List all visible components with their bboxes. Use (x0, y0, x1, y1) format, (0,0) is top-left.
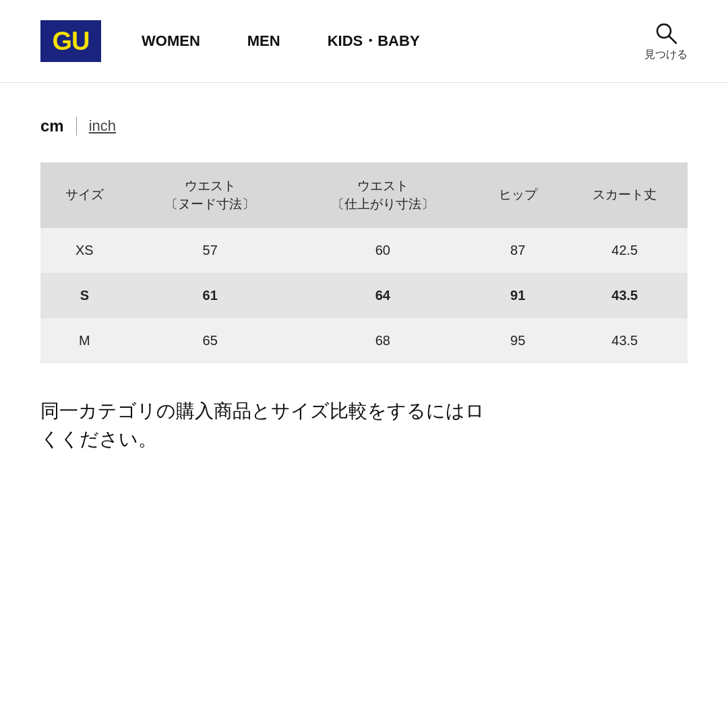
unit-inch[interactable]: inch (89, 117, 116, 135)
table-cell: M (40, 318, 129, 363)
unit-divider (76, 117, 77, 135)
col-header-waist-nude: ウエスト〔ヌード寸法〕 (129, 162, 292, 228)
search-label: 見つける (644, 48, 688, 62)
table-cell: XS (40, 228, 129, 273)
logo-text: GU (53, 27, 90, 56)
table-header: サイズ ウエスト〔ヌード寸法〕 ウエスト〔仕上がり寸法〕 ヒップ スカート丈 (40, 162, 688, 228)
col-header-waist-finished: ウエスト〔仕上がり寸法〕 (292, 162, 474, 228)
footer-text-line1: 同一カテゴリの購入商品とサイズ比較をするにはロ (40, 400, 485, 421)
main-content: cm inch サイズ ウエスト〔ヌード寸法〕 ウエスト〔仕上がり寸法〕 ヒップ… (0, 83, 728, 487)
header: GU WOMEN MEN KIDS・BABY 見つける (0, 0, 728, 83)
nav-men[interactable]: MEN (247, 32, 280, 50)
search-icon (654, 21, 678, 45)
nav-women[interactable]: WOMEN (142, 32, 200, 50)
col-header-hip: ヒップ (474, 162, 562, 228)
table-cell: S (40, 273, 129, 318)
table-cell: 43.5 (562, 273, 688, 318)
size-table: サイズ ウエスト〔ヌード寸法〕 ウエスト〔仕上がり寸法〕 ヒップ スカート丈 X… (40, 162, 688, 363)
unit-switcher: cm inch (40, 117, 688, 135)
svg-line-1 (669, 36, 676, 43)
table-row: S61649143.5 (40, 273, 688, 318)
footer-text: 同一カテゴリの購入商品とサイズ比較をするにはロ くください。 (40, 397, 688, 454)
unit-cm[interactable]: cm (40, 117, 76, 135)
logo[interactable]: GU (40, 20, 101, 62)
navigation: WOMEN MEN KIDS・BABY (142, 31, 644, 51)
table-body: XS57608742.5S61649143.5M65689543.5 (40, 228, 688, 363)
svg-point-0 (657, 24, 671, 38)
table-cell: 87 (474, 228, 562, 273)
table-cell: 43.5 (562, 318, 688, 363)
table-cell: 64 (292, 273, 474, 318)
nav-kids-baby[interactable]: KIDS・BABY (328, 31, 420, 51)
table-cell: 61 (129, 273, 292, 318)
footer-text-line2: くください。 (40, 429, 157, 450)
col-header-skirt-length: スカート丈 (562, 162, 688, 228)
search-area[interactable]: 見つける (644, 21, 688, 62)
table-cell: 57 (129, 228, 292, 273)
table-cell: 95 (474, 318, 562, 363)
table-cell: 65 (129, 318, 292, 363)
table-cell: 91 (474, 273, 562, 318)
table-row: XS57608742.5 (40, 228, 688, 273)
table-cell: 60 (292, 228, 474, 273)
table-cell: 68 (292, 318, 474, 363)
col-header-size: サイズ (40, 162, 129, 228)
table-row: M65689543.5 (40, 318, 688, 363)
table-cell: 42.5 (562, 228, 688, 273)
